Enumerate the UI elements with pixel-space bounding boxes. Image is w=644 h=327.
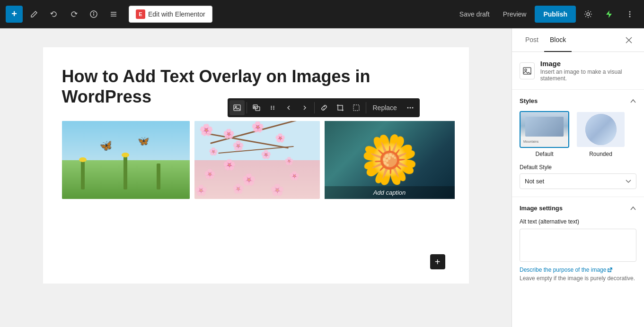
block-info-text: Image Insert an image to make a visual s…	[540, 60, 636, 82]
block-description: Insert an image to make a visual stateme…	[540, 69, 636, 82]
pencil-tool-button[interactable]	[26, 6, 43, 23]
select-button[interactable]	[349, 100, 364, 115]
default-style-select[interactable]: Not set Default Rounded	[520, 173, 636, 189]
default-style-field: Default Style Not set Default Rounded	[520, 164, 636, 189]
info-button[interactable]	[85, 6, 102, 23]
toolbar-left: +	[6, 6, 212, 23]
image-settings-section: Image settings Alt text (alternative tex…	[512, 197, 644, 289]
styles-section-title: Styles	[520, 97, 538, 104]
add-new-block-button[interactable]: +	[430, 254, 445, 269]
elementor-icon: E	[136, 9, 145, 19]
style-default-label: Default	[535, 151, 553, 157]
toolbar-divider-2	[314, 102, 315, 113]
image-gallery: Replace	[62, 121, 450, 199]
describe-link-text: Describe the purpose of the image	[520, 267, 606, 273]
style-option-rounded[interactable]: Rounded	[576, 111, 626, 157]
gallery-image-2[interactable]: 🌸 🌸 🌸 🌸 🌸 🌸 🌸 🌸 🌸 🌸 🌸 🌸 🌸 🌸	[194, 121, 320, 199]
drag-handle-button[interactable]	[265, 100, 280, 115]
styles-section-header[interactable]: Styles	[520, 97, 636, 104]
svg-marker-7	[606, 10, 612, 18]
svg-point-19	[273, 107, 274, 108]
toolbar-divider-3	[366, 102, 366, 113]
describe-purpose-link[interactable]: Describe the purpose of the image	[520, 267, 636, 273]
tab-post[interactable]: Post	[520, 28, 544, 52]
gear-icon	[584, 10, 592, 18]
svg-point-23	[407, 107, 408, 109]
image-gallery-icon-button[interactable]	[249, 100, 264, 115]
image-block-toolbar: Replace	[228, 98, 420, 117]
svg-point-20	[271, 109, 272, 110]
post-content: How to Add Text Overlay on Images in Wor…	[43, 47, 469, 284]
list-view-button[interactable]	[105, 6, 122, 23]
right-sidebar: Post Block Image Insert an image to	[512, 28, 644, 327]
image-block-type-button[interactable]	[229, 100, 245, 115]
more-horizontal-icon	[406, 104, 414, 112]
default-style-label: Default Style	[520, 164, 636, 171]
navigate-left-button[interactable]	[281, 100, 296, 115]
elementor-label: Edit with Elementor	[148, 10, 205, 18]
style-rounded-label: Rounded	[589, 151, 612, 157]
settings-button[interactable]	[580, 6, 597, 23]
svg-point-18	[271, 107, 272, 108]
external-link-icon	[608, 267, 612, 272]
sidebar-close-button[interactable]	[621, 33, 636, 48]
svg-point-12	[235, 106, 237, 108]
more-options-button[interactable]	[621, 6, 638, 23]
redo-button[interactable]	[65, 6, 82, 23]
main-container: How to Add Text Overlay on Images in Wor…	[0, 28, 644, 327]
sidebar-tabs: Post Block	[512, 28, 644, 52]
toolbar-divider-1	[247, 102, 247, 113]
pencil-icon	[30, 10, 38, 18]
link-button[interactable]	[317, 100, 332, 115]
close-icon	[625, 36, 633, 44]
style-thumb-rounded	[576, 111, 626, 148]
svg-point-29	[525, 69, 527, 71]
svg-point-2	[94, 12, 94, 13]
svg-point-16	[271, 106, 272, 107]
style-options: Mountains Default R	[520, 111, 636, 157]
add-block-toolbar-button[interactable]: +	[6, 6, 23, 23]
chevron-up-icon	[630, 98, 636, 104]
drag-icon	[269, 104, 276, 112]
chevron-left-icon	[286, 105, 291, 111]
decorative-text: Leave empty if the image is purely decor…	[520, 275, 636, 282]
lightning-icon	[605, 10, 613, 18]
chevron-up-settings-icon	[630, 205, 636, 212]
svg-point-8	[629, 11, 631, 12]
navigate-right-button[interactable]	[297, 100, 312, 115]
gallery-image-3-selected[interactable]: 🌼 Add caption	[325, 121, 455, 199]
more-vertical-icon	[626, 10, 634, 18]
svg-rect-22	[353, 105, 359, 111]
publish-button[interactable]: Publish	[535, 6, 576, 23]
toolbar-right: Save draft Preview Publish	[455, 6, 638, 23]
svg-point-24	[409, 107, 411, 109]
editor-area: How to Add Text Overlay on Images in Wor…	[0, 28, 512, 327]
plus-add-icon: +	[435, 257, 441, 267]
svg-point-25	[412, 107, 413, 109]
image-settings-header[interactable]: Image settings	[520, 205, 636, 212]
redo-icon	[70, 10, 78, 18]
image-block-icon	[233, 104, 241, 112]
lightning-button[interactable]	[600, 6, 618, 23]
crop-button[interactable]	[333, 100, 348, 115]
gallery-image-1[interactable]: 🦋 🦋	[62, 121, 190, 199]
more-image-options-button[interactable]	[403, 100, 418, 115]
plus-icon: +	[11, 9, 17, 19]
edit-with-elementor-button[interactable]: E Edit with Elementor	[129, 6, 212, 23]
tab-block[interactable]: Block	[544, 28, 572, 52]
chevron-right-icon	[302, 105, 308, 111]
preview-button[interactable]: Preview	[498, 8, 531, 21]
alt-text-label: Alt text (alternative text)	[520, 218, 636, 225]
info-icon	[90, 10, 97, 18]
block-icon-box	[520, 62, 535, 79]
gallery-icon	[253, 104, 260, 112]
list-view-icon	[110, 10, 117, 18]
undo-button[interactable]	[45, 6, 62, 23]
image-caption[interactable]: Add caption	[325, 186, 455, 199]
save-draft-button[interactable]: Save draft	[455, 8, 494, 21]
svg-point-10	[629, 16, 631, 17]
svg-point-9	[629, 13, 631, 15]
alt-text-input[interactable]	[520, 229, 636, 262]
style-option-default[interactable]: Mountains Default	[520, 111, 569, 157]
replace-button[interactable]: Replace	[368, 102, 402, 113]
